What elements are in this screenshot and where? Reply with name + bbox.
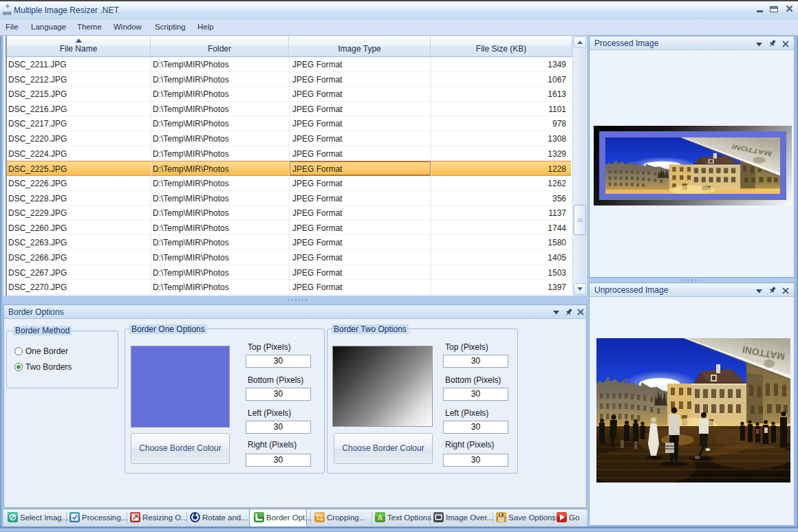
svg-text:MIR: MIR	[3, 11, 12, 16]
svg-text:A: A	[378, 513, 383, 522]
